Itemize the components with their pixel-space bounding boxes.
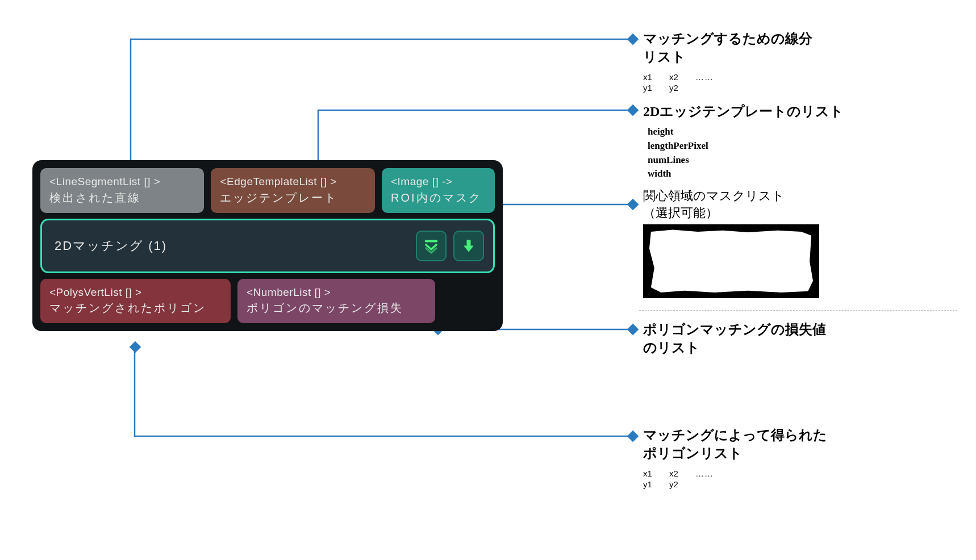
run-button[interactable] <box>453 231 484 261</box>
port-out-numberlist[interactable]: <NumberList [] > ポリゴンのマッチング損失 <box>237 279 435 324</box>
callout-rows: y1 y2 <box>643 83 950 93</box>
callout-title: 関心領域のマスクリスト <box>643 187 950 204</box>
col: y2 <box>669 83 678 93</box>
port-label: 検出された直線 <box>49 190 195 206</box>
chevron-double-down-icon <box>423 237 440 254</box>
callout-title: ポリゴンマッチングの損失値 <box>643 320 961 338</box>
svg-rect-9 <box>628 432 638 441</box>
port-label: ポリゴンのマッチング損失 <box>247 300 426 316</box>
callout-title: マッチングするための線分 <box>643 30 950 48</box>
svg-rect-7 <box>628 325 638 335</box>
col: …… <box>695 72 714 82</box>
callout-fields: height lengthPerPixel numLines width <box>643 125 961 181</box>
arrow-down-bold-icon <box>461 238 477 254</box>
callout-line-segment-list: マッチングするための線分 リスト x1 x2 …… y1 y2 <box>643 30 950 93</box>
col: y2 <box>669 479 678 489</box>
svg-rect-10 <box>425 240 437 242</box>
svg-rect-3 <box>628 106 638 115</box>
node-title: 2Dマッチング (1) <box>55 237 167 254</box>
port-type: <EdgeTemplateList [] > <box>220 174 365 190</box>
port-type: <LineSegmentList [] > <box>49 174 195 190</box>
port-label: エッジテンプレート <box>220 190 365 206</box>
mask-thumbnail <box>643 224 819 298</box>
col: y1 <box>643 83 652 93</box>
col: x2 <box>669 469 678 478</box>
port-in-linesegmentlist[interactable]: <LineSegmentList [] > 検出された直線 <box>40 168 204 213</box>
callout-title: 2Dエッジテンプレートのリスト <box>643 102 961 120</box>
port-type: <Image [] -> <box>391 174 486 190</box>
expand-button[interactable] <box>416 231 447 261</box>
col: x1 <box>643 72 652 82</box>
callout-matched-polygons: マッチングによって得られた ポリゴンリスト x1 x2 …… y1 y2 <box>643 426 961 489</box>
port-label: マッチングされたポリゴン <box>49 300 222 316</box>
svg-rect-5 <box>628 200 638 210</box>
callout-matching-loss: ポリゴンマッチングの損失値 のリスト <box>643 320 961 357</box>
col: x2 <box>669 72 678 82</box>
port-in-edgetemplatelist[interactable]: <EdgeTemplateList [] > エッジテンプレート <box>211 168 374 213</box>
callout-rows: y1 y2 <box>643 479 961 489</box>
svg-rect-8 <box>131 342 140 352</box>
callout-edge-template-list: 2Dエッジテンプレートのリスト height lengthPerPixel nu… <box>643 102 961 181</box>
port-type: <NumberList [] > <box>247 285 426 300</box>
port-in-image-roi-mask[interactable]: <Image [] -> ROI内のマスク <box>382 168 495 213</box>
col: x1 <box>643 469 652 478</box>
field: height <box>648 125 961 139</box>
field: numLines <box>648 153 961 168</box>
callout-columns: x1 x2 …… <box>643 72 950 82</box>
callout-title-line2: のリスト <box>643 338 961 357</box>
callout-title-line2: リスト <box>643 48 950 66</box>
callout-roi-mask: 関心領域のマスクリスト （選択可能） <box>643 187 950 298</box>
callout-title-line2: （選択可能） <box>643 204 950 222</box>
field: width <box>648 167 961 181</box>
node-2d-matching: <LineSegmentList [] > 検出された直線 <EdgeTempl… <box>32 160 503 331</box>
port-out-polysvertlist[interactable]: <PolysVertList [] > マッチングされたポリゴン <box>40 279 231 324</box>
node-input-row: <LineSegmentList [] > 検出された直線 <EdgeTempl… <box>40 168 495 213</box>
svg-rect-1 <box>628 35 638 44</box>
port-type: <PolysVertList [] > <box>49 285 222 300</box>
node-header-buttons <box>416 231 484 261</box>
col: y1 <box>643 479 652 489</box>
col: …… <box>695 469 714 478</box>
port-label: ROI内のマスク <box>391 190 486 206</box>
divider <box>639 310 957 311</box>
callout-title-line2: ポリゴンリスト <box>643 444 961 462</box>
node-header[interactable]: 2Dマッチング (1) <box>40 219 495 273</box>
field: lengthPerPixel <box>648 139 961 153</box>
callout-title: マッチングによって得られた <box>643 426 961 444</box>
node-output-row: <PolysVertList [] > マッチングされたポリゴン <Number… <box>40 279 495 324</box>
callout-columns: x1 x2 …… <box>643 469 961 478</box>
